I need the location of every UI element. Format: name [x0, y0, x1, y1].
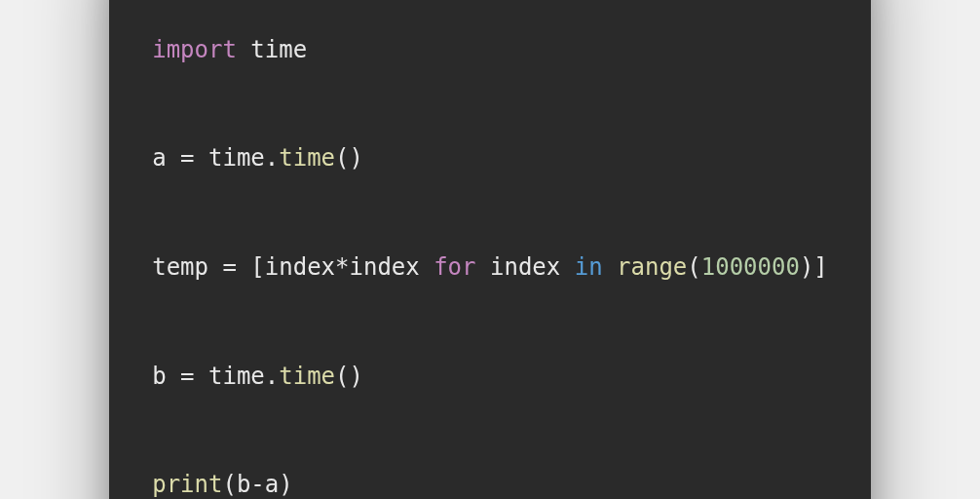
code-token: (b-a): [222, 471, 292, 498]
code-line: import time: [152, 32, 828, 68]
code-token: [603, 253, 617, 281]
code-line: b = time.time(): [152, 359, 828, 395]
code-token: 1000000: [701, 253, 800, 281]
code-block: import time a = time.time() temp = [inde…: [109, 0, 871, 499]
code-token: a = time.: [152, 144, 279, 172]
code-token: range: [617, 253, 687, 281]
code-token: temp = [index*index: [152, 253, 433, 281]
code-token: (): [335, 363, 363, 390]
code-token: in: [575, 253, 603, 281]
code-token: b = time.: [152, 363, 279, 390]
code-token: time: [279, 363, 335, 390]
code-line: print(b-a): [152, 467, 828, 499]
code-token: (): [335, 144, 363, 172]
code-token: index: [476, 253, 575, 281]
code-token: time: [237, 36, 307, 63]
code-token: import: [152, 36, 237, 63]
code-token: )]: [800, 253, 828, 281]
code-line: a = time.time(): [152, 140, 828, 176]
code-token: time: [279, 144, 335, 172]
code-token: (: [687, 253, 700, 281]
code-line: temp = [index*index for index in range(1…: [152, 250, 828, 286]
code-token: print: [152, 471, 222, 498]
code-token: for: [433, 253, 475, 281]
